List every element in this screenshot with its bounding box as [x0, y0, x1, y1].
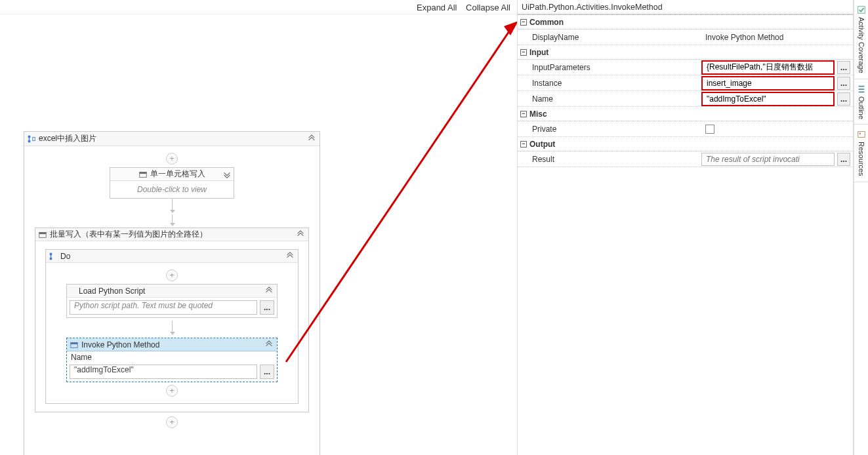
- collapse-chevron-icon[interactable]: [264, 340, 274, 350]
- category-common[interactable]: − Common: [518, 15, 853, 30]
- collapse-chevron-icon[interactable]: [306, 134, 317, 144]
- svg-rect-0: [28, 135, 31, 138]
- property-row-result: Result ...: [518, 151, 853, 167]
- expression-editor-button[interactable]: ...: [260, 365, 274, 379]
- properties-panel: UiPath.Python.Activities.InvokeMethod − …: [518, 0, 854, 455]
- add-activity-button[interactable]: +: [166, 269, 178, 281]
- name-label: Name: [67, 351, 277, 362]
- svg-rect-1: [28, 140, 31, 142]
- activity-title: 单一单元格写入: [150, 168, 205, 180]
- activity-icon: [70, 340, 79, 349]
- collapse-chevron-icon[interactable]: [295, 229, 306, 240]
- property-label: Name: [518, 94, 701, 104]
- svg-rect-13: [858, 7, 865, 14]
- property-row-displayname: DisplayName Invoke Python Method: [518, 30, 853, 45]
- private-checkbox[interactable]: [705, 125, 714, 134]
- svg-rect-2: [33, 137, 35, 140]
- flow-arrow-icon: [172, 321, 173, 332]
- add-activity-button[interactable]: +: [166, 153, 178, 165]
- svg-rect-6: [39, 232, 47, 234]
- sequence-excel-insert-image[interactable]: excel中插入图片 + 单一单元格写入: [24, 131, 320, 455]
- activity-icon: [38, 230, 47, 239]
- activity-coverage-icon: [857, 5, 866, 14]
- activity-single-cell-write[interactable]: 单一单元格写入 Double-click to view: [110, 167, 234, 199]
- property-label: InputParameters: [518, 63, 701, 72]
- activity-batch-write[interactable]: 批量写入（表中有某一列值为图片的全路径）: [35, 227, 309, 412]
- result-input[interactable]: [701, 153, 835, 166]
- name-input[interactable]: [701, 92, 835, 106]
- property-label: Private: [518, 125, 701, 134]
- designer-canvas-pane: Expand All Collapse All excel中插入图片 +: [0, 0, 518, 455]
- svg-rect-15: [859, 133, 861, 135]
- expand-chevron-icon[interactable]: [222, 169, 232, 180]
- sequence-do[interactable]: Do +: [45, 249, 299, 404]
- collapse-chevron-icon[interactable]: [264, 286, 274, 296]
- category-output[interactable]: − Output: [518, 137, 853, 151]
- add-activity-button[interactable]: +: [166, 385, 178, 397]
- category-misc[interactable]: − Misc: [518, 107, 853, 121]
- property-row-private: Private: [518, 121, 853, 137]
- python-script-path-input[interactable]: Python script path. Text must be quoted: [70, 300, 257, 315]
- property-row-name: Name ...: [518, 91, 853, 107]
- collapse-icon[interactable]: −: [520, 111, 527, 117]
- method-name-input[interactable]: "addImgToExcel": [70, 365, 257, 379]
- svg-rect-14: [858, 132, 865, 138]
- svg-rect-4: [140, 172, 147, 174]
- resources-icon: [857, 130, 866, 139]
- activity-icon: [138, 170, 148, 179]
- property-label: Result: [518, 155, 701, 164]
- expand-all-link[interactable]: Expand All: [417, 3, 457, 12]
- collapse-icon[interactable]: −: [520, 141, 527, 148]
- double-click-hint: Double-click to view: [110, 181, 234, 198]
- instance-input[interactable]: [701, 76, 835, 90]
- activity-title: Load Python Script: [79, 287, 261, 296]
- flow-arrow-icon: [172, 199, 173, 210]
- tab-resources[interactable]: Resources: [854, 125, 868, 182]
- expression-editor-button[interactable]: ...: [837, 77, 850, 90]
- svg-rect-8: [50, 257, 52, 260]
- browse-button[interactable]: ...: [260, 300, 274, 315]
- collapse-all-link[interactable]: Collapse All: [466, 3, 510, 12]
- expression-editor-button[interactable]: ...: [837, 61, 850, 74]
- collapse-icon[interactable]: −: [520, 19, 527, 26]
- activity-title: 批量写入（表中有某一列值为图片的全路径）: [50, 229, 293, 240]
- sequence-icon: [49, 252, 58, 261]
- tab-outline[interactable]: Outline: [854, 79, 868, 125]
- add-activity-button[interactable]: +: [166, 416, 178, 428]
- properties-title: UiPath.Python.Activities.InvokeMethod: [518, 0, 853, 14]
- collapse-chevron-icon[interactable]: [285, 251, 295, 262]
- category-input[interactable]: − Input: [518, 45, 853, 60]
- svg-rect-10: [71, 342, 78, 344]
- properties-grid: − Common DisplayName Invoke Python Metho…: [518, 14, 853, 455]
- property-row-instance: Instance ...: [518, 75, 853, 91]
- svg-rect-7: [50, 252, 52, 255]
- outline-icon: [857, 85, 866, 94]
- activity-title: Invoke Python Method: [81, 340, 261, 349]
- sequence-title: excel中插入图片: [39, 133, 304, 144]
- tab-activity-coverage[interactable]: Activity Coverage: [854, 0, 868, 79]
- expression-editor-button[interactable]: ...: [837, 153, 850, 166]
- expression-editor-button[interactable]: ...: [837, 92, 850, 106]
- sequence-icon: [27, 134, 36, 144]
- flow-arrow-icon: [172, 214, 173, 224]
- activity-invoke-python-method[interactable]: Invoke Python Method Name "addImgToExcel…: [66, 338, 278, 382]
- svg-marker-12: [504, 21, 517, 35]
- designer-toolbar: Expand All Collapse All: [0, 0, 517, 14]
- collapse-icon[interactable]: −: [520, 49, 527, 56]
- displayname-value[interactable]: Invoke Python Method: [701, 33, 850, 42]
- designer-canvas[interactable]: excel中插入图片 + 单一单元格写入: [0, 14, 517, 455]
- property-label: DisplayName: [518, 33, 701, 42]
- property-row-inputparameters: InputParameters ...: [518, 60, 853, 75]
- inputparameters-input[interactable]: [701, 60, 835, 75]
- sequence-title: Do: [60, 252, 282, 261]
- activity-load-python-script[interactable]: Load Python Script Python script path. T…: [66, 284, 278, 318]
- side-tab-strip: Activity Coverage Outline Resources: [854, 0, 868, 455]
- property-label: Instance: [518, 79, 701, 88]
